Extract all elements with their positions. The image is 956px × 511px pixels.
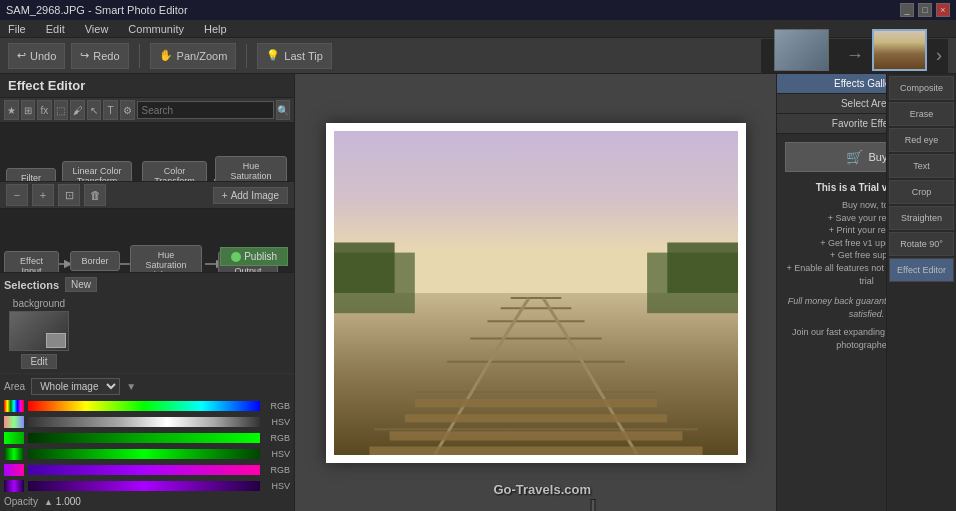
thumbnail-inner [46,333,66,348]
delete-button[interactable]: 🗑 [84,184,106,206]
panzoom-button[interactable]: ✋ Pan/Zoom [150,43,237,69]
text-button[interactable]: T [103,100,118,120]
fit-button[interactable]: ⊡ [58,184,80,206]
opacity-label: Opacity [4,496,38,507]
crop-tool[interactable]: Crop [889,180,954,204]
paint-button[interactable]: 🖌 [70,100,85,120]
rgb-bar-3 [28,465,260,475]
main-area: Effect Editor ★ ⊞ fx ⬚ 🖌 ↖ T ⚙ 🔍 [0,74,956,511]
menu-view[interactable]: View [81,23,113,35]
undo-button[interactable]: ↩ Undo [8,43,65,69]
menu-help[interactable]: Help [200,23,231,35]
straighten-tool[interactable]: Straighten [889,206,954,230]
color-row-5: RGB [4,463,290,477]
area-arrow-icon: ▼ [126,381,136,392]
rotate-tool[interactable]: Rotate 90° [889,232,954,256]
effect-toolbar: ★ ⊞ fx ⬚ 🖌 ↖ T ⚙ 🔍 [0,97,294,123]
undo-icon: ↩ [17,49,26,62]
center-area: Go-Travels.com [295,74,776,511]
maximize-button[interactable]: □ [918,3,932,17]
selections-panel: Selections New background Edit [0,273,294,373]
selections-header: Selections New [4,277,290,292]
text-tool[interactable]: Text [889,154,954,178]
fx-button[interactable]: fx [37,100,52,120]
scrollbar-thumb[interactable] [592,500,593,511]
effect-search-input[interactable] [137,101,274,119]
add-image-button[interactable]: + Add Image [213,187,288,204]
rotate-label: Rotate 90° [900,239,943,249]
hsv-swatch-2 [4,448,24,460]
color-row-6: HSV [4,479,290,493]
border-node[interactable]: Border [70,251,120,271]
publish-dot-icon [231,252,241,262]
svg-rect-20 [404,414,667,422]
search-icon-button[interactable]: 🔍 [276,100,291,120]
background-selection-item[interactable]: background Edit [4,298,74,369]
red-eye-tool[interactable]: Red eye [889,128,954,152]
cart-icon: 🛒 [846,149,863,165]
rgb-swatch-2 [4,432,24,444]
linear-color-node[interactable]: Linear Color Transform [62,161,132,182]
image-container [326,123,746,463]
window-title: SAM_2968.JPG - Smart Photo Editor [6,4,188,16]
hsv-bar-1 [28,417,260,427]
opacity-arrow-icon: ▲ [44,497,53,507]
window-controls[interactable]: _ □ × [900,3,950,17]
panzoom-icon: ✋ [159,49,173,62]
rgb-label-1: RGB [260,401,290,411]
effect-editor-tool[interactable]: Effect Editor [889,258,954,282]
effect-canvas-bottom: Effect Input Border Hue Saturation Brigh… [0,209,294,273]
close-button[interactable]: × [936,3,950,17]
watermark-text: Go-Travels.com [493,482,591,497]
select-button[interactable]: ⬚ [54,100,69,120]
rgb-swatch-3 [4,464,24,476]
area-color-panel: Area Whole image ▼ RGB HSV [0,373,294,511]
horizontal-scrollbar[interactable] [590,499,596,511]
grid-button[interactable]: ⊞ [21,100,36,120]
minimize-button[interactable]: _ [900,3,914,17]
edit-selection-button[interactable]: Edit [21,354,56,369]
new-selection-button[interactable]: New [65,277,97,292]
svg-rect-19 [414,399,656,407]
text-label: Text [913,161,930,171]
color-row-1: RGB [4,399,290,413]
cursor-button[interactable]: ↖ [87,100,102,120]
menu-file[interactable]: File [4,23,30,35]
original-thumb-image [774,29,829,71]
effect-editor-label: Effect Editor [897,265,946,275]
zoom-in-button[interactable]: + [32,184,54,206]
hsv-label-2: HSV [260,449,290,459]
composite-tool[interactable]: Composite [889,76,954,100]
star-button[interactable]: ★ [4,100,19,120]
hue-sat-bright-node-top[interactable]: Hue Saturation Brightness [215,156,287,182]
menu-community[interactable]: Community [124,23,188,35]
effect-canvas-toolbar: − + ⊡ 🗑 + Add Image [0,182,294,209]
arrow-right-icon: › [936,45,942,66]
settings-button[interactable]: ⚙ [120,100,135,120]
opacity-value: 1.000 [56,496,81,507]
arrow-icon: → [846,45,864,66]
crop-label: Crop [912,187,932,197]
hsv-bar-3 [28,481,260,491]
hsv-swatch-1 [4,416,24,428]
zoom-out-button[interactable]: − [6,184,28,206]
hsv-swatch-3 [4,480,24,492]
color-transform-node[interactable]: Color Transform [142,161,207,182]
erase-label: Erase [910,109,934,119]
color-row-4: HSV [4,447,290,461]
hue-sat-bright-node-bottom[interactable]: Hue Saturation Brightness [130,245,202,273]
rgb-bar-1 [28,401,260,411]
redo-button[interactable]: ↪ Redo [71,43,128,69]
red-eye-label: Red eye [905,135,939,145]
effect-input-node[interactable]: Effect Input [4,251,59,273]
publish-button[interactable]: Publish [220,247,288,266]
hsv-label-1: HSV [260,417,290,427]
menu-edit[interactable]: Edit [42,23,69,35]
filter-node[interactable]: Filter [6,168,56,182]
svg-rect-21 [389,431,682,440]
area-select[interactable]: Whole image [31,378,120,395]
svg-rect-9 [334,242,395,293]
lasttip-button[interactable]: 💡 Last Tip [257,43,332,69]
erase-tool[interactable]: Erase [889,102,954,126]
background-label: background [13,298,65,309]
